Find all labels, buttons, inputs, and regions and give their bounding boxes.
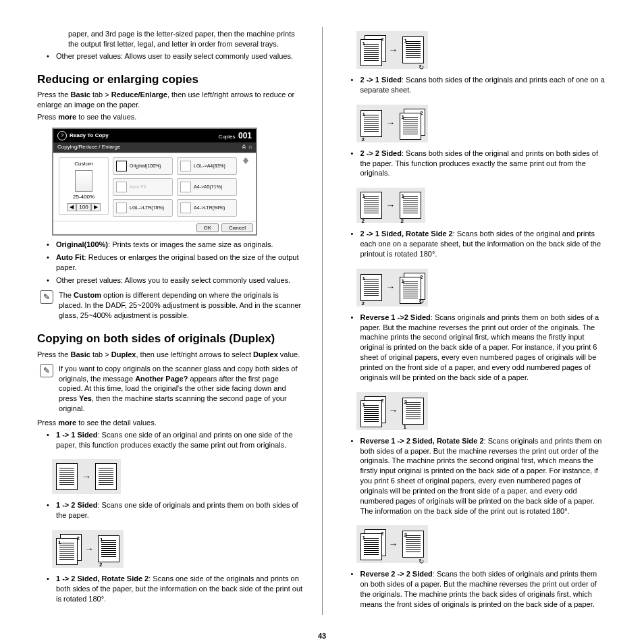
- li-1-2-sided: 1 -> 2 Sided: Scans one side of original…: [56, 500, 303, 520]
- figure-2-1: 1 2 → 2 1: [356, 105, 428, 142]
- li-1-2-rotate: 1 -> 2 Sided, Rotate Side 2: Scans one s…: [56, 574, 303, 604]
- copies-value: 001: [238, 131, 252, 140]
- arrow-icon: →: [386, 281, 396, 294]
- figure-rev-1-2: 2 1 → 2 1: [356, 392, 428, 430]
- page-number: 43: [37, 631, 607, 641]
- figure-rev-1-2-rotate: 2 1 → 2 ↻: [356, 525, 428, 563]
- li-rev-2-2: Reverse 2 -> 2 Sided: Scans the both sid…: [360, 569, 608, 609]
- copies-label: Copies: [219, 134, 236, 140]
- note-icon: ✎: [40, 364, 53, 377]
- li-1-1-sided: 1 -> 1 Sided: Scans one side of an origi…: [56, 430, 303, 450]
- duplex-intro: Press the Basic tab > Duplex, then use l…: [37, 350, 303, 360]
- preset-lgl-ltr-button[interactable]: LGL->LTR(78%): [113, 199, 173, 217]
- figure-1-1: →: [52, 459, 121, 494]
- spinner-left-icon[interactable]: ◀: [67, 203, 76, 212]
- preset-a4-ltr-button[interactable]: A4->LTR(94%): [177, 199, 237, 217]
- help-icon[interactable]: ?: [57, 131, 67, 140]
- scroll-down-icon[interactable]: [243, 161, 248, 164]
- preset-other-bullet: Other preset values: Allows user to easi…: [56, 51, 303, 61]
- ready-label: Ready To Copy: [70, 132, 109, 138]
- rotate-icon: ↻: [419, 297, 424, 306]
- titlebar: ?Ready To Copy Copies 001: [53, 129, 256, 142]
- reduce-intro: Press the Basic tab > Reduce/Enlarge, th…: [37, 90, 303, 110]
- note-another-page: ✎ If you want to copy originals on the s…: [37, 364, 303, 414]
- right-column: 2 1 → 1 ↻ 2 -> 1 Sided: Scans both sides…: [342, 27, 608, 615]
- note-custom: ✎ The Custom option is different dependi…: [37, 290, 303, 321]
- rotate-icon: ↻: [419, 63, 424, 72]
- li-2-2-sided: 2 -> 2 Sided: Scans both sides of the or…: [360, 149, 608, 179]
- custom-box[interactable]: Custom 25-400% ◀ 100 ▶: [59, 157, 109, 215]
- figure-2-2: 1 2 → 1 2: [356, 188, 425, 223]
- note-icon: ✎: [40, 290, 53, 304]
- custom-range: 25-400%: [65, 194, 103, 201]
- arrow-icon: →: [389, 44, 398, 57]
- figure-1-2-rotate: 2 1 → 1 ↻: [356, 31, 428, 69]
- continuation-block: paper, and 3rd page is the letter-sized …: [37, 29, 303, 49]
- li-2-1-rotate: 2 -> 1 Sided, Rotate Side 2: Scans both …: [360, 229, 608, 259]
- figure-2-1-rotate: 1 2 → 2 1 ↻: [356, 269, 428, 306]
- li-rev-1-2: Reverse 1 ->2 Sided: Scans originals and…: [360, 313, 608, 383]
- spinner-right-icon[interactable]: ▶: [91, 203, 101, 212]
- custom-label: Custom: [65, 161, 103, 168]
- preset-autofit-button[interactable]: Auto Fit: [113, 178, 173, 196]
- press-more-2: Press more to see the detail values.: [37, 418, 303, 428]
- figure-1-2: 2 1 → 1 2: [52, 530, 124, 568]
- zoom-spinner[interactable]: ◀ 100 ▶: [65, 203, 103, 212]
- column-divider: [322, 27, 323, 615]
- rotate-icon: ↻: [419, 557, 424, 566]
- arrow-icon: →: [389, 404, 398, 417]
- li-rev-1-2-rotate: Reverse 1 -> 2 Sided, Rotate Side 2: Sca…: [360, 436, 608, 516]
- li-autofit: Auto Fit: Reduces or enlarges the origin…: [56, 252, 303, 273]
- press-more: Press more to see the values.: [37, 112, 303, 122]
- custom-thumb: [75, 170, 92, 192]
- arrow-icon: →: [386, 117, 396, 130]
- preset-lgl-a4-button[interactable]: LGL->A4(83%): [177, 157, 237, 175]
- heading-duplex: Copying on both sides of originals (Dupl…: [37, 331, 303, 347]
- reduce-enlarge-screenshot: ?Ready To Copy Copies 001 Copying/Reduce…: [52, 128, 257, 236]
- heading-reduce-enlarge: Reducing or enlarging copies: [37, 72, 303, 88]
- ok-button[interactable]: OK: [196, 223, 219, 232]
- preset-original-button[interactable]: Original(100%): [113, 157, 173, 175]
- left-column: paper, and 3rd page is the letter-sized …: [37, 27, 303, 615]
- cont-paragraph: paper, and 3rd page is the letter-sized …: [68, 29, 303, 49]
- arrow-icon: →: [82, 471, 91, 483]
- arrow-icon: →: [84, 543, 94, 556]
- li-original: Original(100%): Prints texts or images t…: [56, 240, 303, 250]
- toolbar-icons: ⎙ ⌂: [242, 144, 252, 151]
- arrow-icon: →: [386, 199, 396, 212]
- breadcrumb-bar: Copying/Reduce / Enlarge ⎙ ⌂: [53, 142, 256, 153]
- arrow-icon: →: [389, 538, 398, 551]
- preset-a4-a5-button[interactable]: A4->A5(71%): [177, 178, 237, 196]
- cancel-button[interactable]: Cancel: [221, 223, 253, 232]
- li-2-1-sided: 2 -> 1 Sided: Scans both sides of the or…: [360, 75, 608, 95]
- spinner-value: 100: [76, 203, 90, 212]
- scrollbar[interactable]: [241, 157, 250, 164]
- breadcrumb: Copying/Reduce / Enlarge: [57, 144, 120, 151]
- li-other-presets: Other preset values: Allows you to easil…: [56, 275, 303, 286]
